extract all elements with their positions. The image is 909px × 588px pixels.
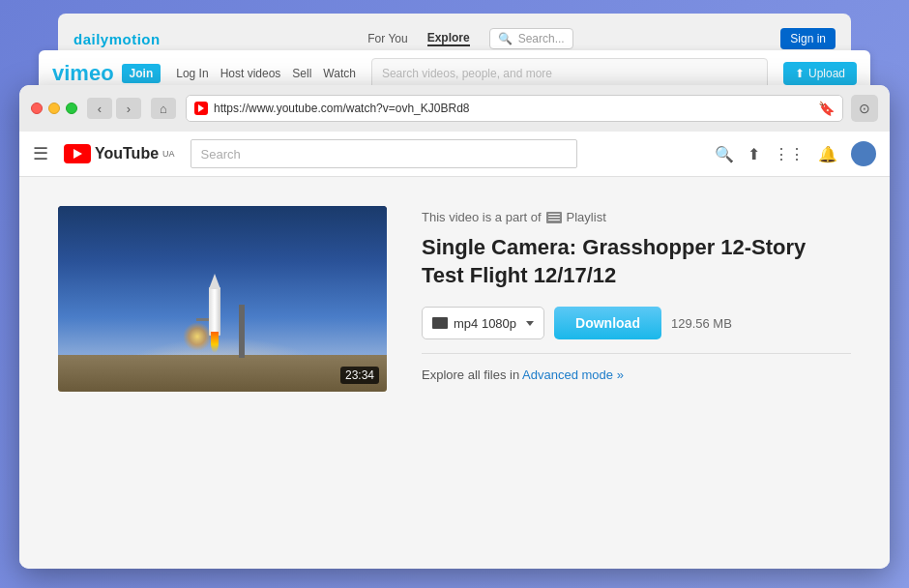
traffic-lights xyxy=(31,103,77,114)
vimeo-sell[interactable]: Sell xyxy=(292,67,311,80)
rocket-scene xyxy=(58,206,387,392)
vimeo-upload-label: Upload xyxy=(808,67,845,80)
minimize-button[interactable] xyxy=(48,103,60,114)
format-label: mp4 1080p xyxy=(454,316,516,331)
format-icon xyxy=(432,317,448,329)
video-title: Single Camera: Grasshopper 12-Story Test… xyxy=(422,234,851,289)
dailymotion-explore[interactable]: Explore xyxy=(427,31,470,46)
youtube-toolbar-icons: 🔍 ⬆ ⋮⋮ 🔔 xyxy=(715,141,876,166)
playlist-label: This video is a part of Playlist xyxy=(422,210,851,224)
download-button[interactable]: Download xyxy=(554,307,661,339)
youtube-search-placeholder: Search xyxy=(201,147,241,162)
youtube-search-input[interactable]: Search xyxy=(191,139,577,168)
vimeo-watch[interactable]: Watch xyxy=(323,67,356,80)
maximize-button[interactable] xyxy=(66,103,77,114)
youtube-logo-area: YouTube UA xyxy=(64,144,175,163)
video-thumbnail: 23:34 xyxy=(58,206,387,392)
bookmark-icon[interactable]: 🔖 xyxy=(818,101,835,116)
vimeo-logo-icon: vimeo xyxy=(52,61,114,86)
playlist-label-text: This video is a part of xyxy=(422,210,542,224)
rocket-fuselage xyxy=(209,287,220,336)
video-duration: 23:34 xyxy=(340,367,379,384)
search-placeholder: Search... xyxy=(518,32,565,45)
divider xyxy=(422,353,851,354)
dailymotion-nav: For You Explore 🔍 Search... xyxy=(367,28,572,49)
forward-button[interactable]: › xyxy=(116,98,141,119)
url-text: https://www.youtube.com/watch?v=ovh_KJ0B… xyxy=(214,102,812,115)
home-button[interactable]: ⌂ xyxy=(151,98,176,119)
vimeo-login[interactable]: Log In xyxy=(176,67,208,80)
youtube-logo-icon xyxy=(64,144,91,163)
nav-buttons: ‹ › xyxy=(87,98,141,119)
search-icon[interactable]: 🔍 xyxy=(715,145,734,163)
back-button[interactable]: ‹ xyxy=(87,98,112,119)
vimeo-host-videos[interactable]: Host videos xyxy=(220,67,281,80)
playlist-icon xyxy=(546,212,562,223)
file-size: 129.56 MB xyxy=(671,316,732,331)
playlist-word: Playlist xyxy=(567,210,606,224)
launch-tower xyxy=(239,305,245,358)
dailymotion-signin-button[interactable]: Sign in xyxy=(780,28,836,49)
vimeo-upload-button[interactable]: ⬆ Upload xyxy=(783,62,857,85)
vimeo-search-placeholder: Search videos, people, and more xyxy=(382,67,552,80)
address-bar-row: https://www.youtube.com/watch?v=ovh_KJ0B… xyxy=(186,95,878,122)
launch-flame-glow xyxy=(183,322,212,351)
download-row: mp4 1080p Download 129.56 MB xyxy=(422,307,851,339)
browser-window: ‹ › ⌂ https://www.youtube.com/watch?v=ov… xyxy=(19,85,890,569)
youtube-logo-text: YouTube xyxy=(95,145,159,162)
explore-row: Explore all files in Advanced mode » xyxy=(422,368,851,382)
dailymotion-logo: dailymotion xyxy=(73,31,161,47)
rocket-exhaust xyxy=(211,332,219,353)
video-info-panel: This video is a part of Playlist Single … xyxy=(422,206,851,382)
explore-text: Explore all files in xyxy=(422,368,519,382)
vimeo-nav: Log In Host videos Sell Watch xyxy=(176,67,356,80)
close-button[interactable] xyxy=(31,103,43,114)
youtube-country-code: UA xyxy=(162,149,175,159)
dailymotion-search[interactable]: 🔍 Search... xyxy=(489,28,573,49)
vimeo-logo-area: vimeo Join xyxy=(52,61,161,86)
vimeo-join-button[interactable]: Join xyxy=(122,64,161,83)
apps-icon[interactable]: ⋮⋮ xyxy=(774,145,805,163)
youtube-toolbar: ☰ YouTube UA Search 🔍 ⬆ ⋮⋮ 🔔 xyxy=(19,132,890,177)
reader-button[interactable]: ⊙ xyxy=(851,95,878,122)
address-bar[interactable]: https://www.youtube.com/watch?v=ovh_KJ0B… xyxy=(186,95,843,122)
hamburger-menu-icon[interactable]: ☰ xyxy=(33,143,48,164)
dailymotion-foryou[interactable]: For You xyxy=(367,32,407,45)
reader-icon: ⊙ xyxy=(859,101,870,116)
ground xyxy=(58,355,387,392)
search-icon: 🔍 xyxy=(498,32,513,45)
upload-icon: ⬆ xyxy=(795,67,805,80)
rocket-nosecone xyxy=(209,274,220,289)
advanced-mode-link[interactable]: Advanced mode » xyxy=(522,368,624,382)
browser-chrome: ‹ › ⌂ https://www.youtube.com/watch?v=ov… xyxy=(19,85,890,132)
user-avatar[interactable] xyxy=(851,141,876,166)
browser-title-bar: ‹ › ⌂ https://www.youtube.com/watch?v=ov… xyxy=(31,95,878,122)
browser-content: 23:34 This video is a part of Playlist S… xyxy=(19,177,890,569)
upload-icon[interactable]: ⬆ xyxy=(748,145,760,163)
youtube-favicon xyxy=(194,102,208,115)
rocket-body xyxy=(209,273,220,336)
notifications-icon[interactable]: 🔔 xyxy=(818,145,837,163)
chevron-down-icon xyxy=(526,321,534,326)
format-select[interactable]: mp4 1080p xyxy=(422,307,544,339)
